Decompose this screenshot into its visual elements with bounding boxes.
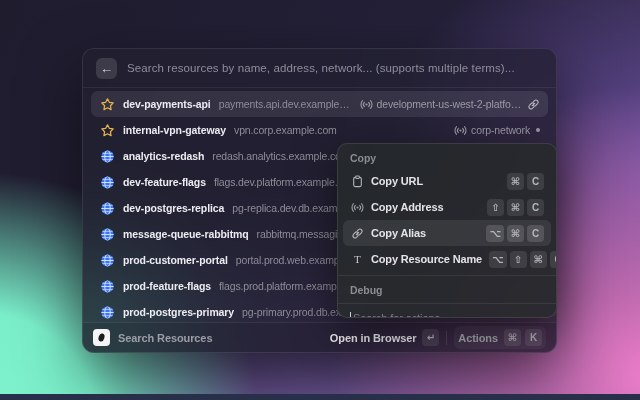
open-in-browser-label: Open in Browser: [330, 332, 417, 344]
desktop-wallpaper: ← Search resources by name, address, net…: [0, 0, 640, 400]
row-right: development-us-west-2-platfo…: [360, 98, 540, 111]
menu-item[interactable]: Copy URL ⌘C: [343, 168, 551, 194]
globe-icon: [99, 252, 115, 268]
app-icon: [93, 329, 110, 346]
key-badge: ⌘: [507, 173, 524, 190]
key-badge: ⇧: [510, 251, 527, 268]
key-badge: ⌘: [507, 199, 524, 216]
resource-name: prod-postgres-primary: [123, 306, 234, 318]
globe-icon: [99, 148, 115, 164]
status-dot: [536, 128, 540, 132]
svg-text:T: T: [354, 253, 361, 265]
key-group: ⌘K: [504, 329, 542, 346]
key-badge: C: [527, 199, 544, 216]
resource-name: prod-customer-portal: [123, 254, 228, 266]
star-icon: [99, 122, 115, 138]
globe-icon: [99, 200, 115, 216]
menu-item[interactable]: Copy Alias ⌥⌘C: [343, 220, 551, 246]
key-badge: ↵: [422, 329, 439, 346]
key-group: ⌥⌘C: [486, 225, 544, 242]
back-button[interactable]: ←: [96, 58, 117, 79]
divider: [446, 331, 447, 345]
resource-name: dev-feature-flags: [123, 176, 206, 188]
menu-item-label: Copy URL: [371, 175, 423, 187]
resource-name: analytics-redash: [123, 150, 204, 162]
link-icon: [527, 98, 540, 111]
text-caret: [350, 312, 351, 318]
menu-item-label: Copy Resource Name: [371, 253, 482, 265]
key-badge: ⌥: [486, 225, 504, 242]
key-badge: K: [525, 329, 542, 346]
key-group: ⇧⌘C: [487, 199, 544, 216]
menu-item[interactable]: Copy Address ⇧⌘C: [343, 194, 551, 220]
screen-bottom-strip: [0, 394, 640, 400]
resource-name: dev-postgres-replica: [123, 202, 224, 214]
key-badge: C: [527, 173, 544, 190]
link-icon: [350, 226, 364, 240]
network-label: corp-network: [454, 124, 530, 137]
key-badge: ⇧: [487, 199, 504, 216]
network-label: development-us-west-2-platfo…: [360, 98, 521, 111]
globe-icon: [99, 226, 115, 242]
key-group: ↵: [422, 329, 439, 346]
list-item[interactable]: internal-vpn-gateway vpn.corp.example.co…: [91, 117, 548, 143]
globe-icon: [99, 174, 115, 190]
open-in-browser-button[interactable]: Open in Browser ↵: [330, 329, 440, 346]
actions-menu: Copy Copy URL ⌘C Copy Address ⇧⌘C Copy A…: [337, 143, 557, 318]
globe-icon: [99, 304, 115, 320]
arrow-left-icon: ←: [100, 62, 113, 75]
broadcast-icon: [360, 98, 373, 111]
list-item[interactable]: dev-payments-api payments.api.dev.exampl…: [91, 91, 548, 117]
menu-items: Copy URL ⌘C Copy Address ⇧⌘C Copy Alias …: [338, 168, 556, 272]
menu-section-title-debug: Debug: [338, 276, 556, 300]
star-icon: [99, 96, 115, 112]
resource-address: payments.api.dev.example.com → dev-paym…: [219, 98, 352, 110]
resource-name: internal-vpn-gateway: [123, 124, 226, 136]
footer-right: Open in Browser ↵ Actions ⌘K: [330, 326, 546, 349]
menu-item-label: Copy Alias: [371, 227, 426, 239]
key-badge: ⌘: [530, 251, 547, 268]
menu-item-label: Copy Address: [371, 201, 443, 213]
resource-name: dev-payments-api: [123, 98, 211, 110]
key-badge: C: [550, 251, 557, 268]
menu-search-input[interactable]: Search for actions...: [338, 304, 556, 318]
key-badge: C: [527, 225, 544, 242]
actions-label: Actions: [458, 332, 498, 344]
broadcast-icon: [350, 200, 364, 214]
broadcast-icon: [454, 124, 467, 137]
resource-address: vpn.corp.example.com: [234, 124, 337, 136]
footer-app-name: Search Resources: [118, 332, 212, 344]
key-group: ⌘C: [507, 173, 544, 190]
resource-name: message-queue-rabbitmq: [123, 228, 249, 240]
menu-search-placeholder: Search for actions...: [353, 312, 449, 318]
key-badge: ⌘: [507, 225, 524, 242]
row-right: corp-network: [454, 124, 540, 137]
globe-icon: [99, 278, 115, 294]
search-input[interactable]: Search resources by name, address, netwo…: [127, 62, 515, 74]
footer-bar: Search Resources Open in Browser ↵ Actio…: [83, 322, 556, 352]
search-bar[interactable]: ← Search resources by name, address, net…: [83, 49, 556, 87]
menu-item[interactable]: T Copy Resource Name ⌥⇧⌘C: [343, 246, 551, 272]
menu-section-title-copy: Copy: [338, 144, 556, 168]
key-group: ⌥⇧⌘C: [489, 251, 557, 268]
clipboard-icon: [350, 174, 364, 188]
text-icon: T: [350, 252, 364, 266]
key-badge: ⌥: [489, 251, 507, 268]
actions-button[interactable]: Actions ⌘K: [454, 326, 546, 349]
resource-name: prod-feature-flags: [123, 280, 211, 292]
key-badge: ⌘: [504, 329, 521, 346]
